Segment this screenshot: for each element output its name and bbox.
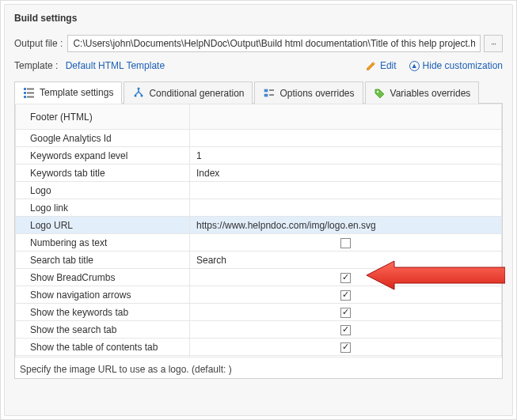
svg-rect-10 (264, 94, 268, 96)
svg-rect-11 (269, 89, 274, 91)
pencil-icon (366, 60, 377, 71)
grid-header-value (190, 104, 502, 130)
table-row[interactable]: Logo (16, 182, 502, 199)
edit-label: Edit (380, 60, 397, 71)
tabs: Template settings Conditional generation… (14, 81, 503, 104)
hide-customization-link[interactable]: ▲ Hide customization (409, 60, 503, 71)
output-file-input[interactable] (67, 35, 481, 52)
setting-name: Show the table of contents tab (16, 339, 190, 356)
table-row[interactable]: Numbering as text (16, 234, 502, 252)
svg-rect-3 (27, 93, 34, 94)
panel-title: Build settings (14, 13, 503, 24)
template-field: Template : Default HTML Template (14, 60, 165, 71)
setting-value[interactable]: Search (190, 252, 502, 269)
options-icon (263, 87, 276, 100)
setting-value[interactable] (190, 269, 502, 286)
setting-value[interactable] (190, 199, 502, 217)
setting-name: Logo link (16, 199, 190, 217)
branch-icon (132, 87, 145, 100)
tab-variables-overrides[interactable]: Variables overrides (365, 81, 480, 104)
table-row[interactable]: Google Analytics Id (16, 130, 502, 147)
build-settings-panel: Build settings Output file : ··· Templat… (4, 4, 513, 416)
template-label: Template : (14, 60, 58, 71)
setting-value[interactable] (190, 286, 502, 304)
tag-icon (374, 87, 386, 100)
svg-point-8 (141, 94, 143, 96)
svg-point-6 (138, 87, 140, 89)
svg-rect-5 (27, 96, 34, 98)
checkbox[interactable] (340, 308, 351, 318)
tab-conditional-generation[interactable]: Conditional generation (124, 81, 253, 104)
checkbox[interactable] (340, 325, 351, 335)
svg-rect-1 (27, 89, 34, 90)
table-row[interactable]: Show BreadCrumbs (16, 269, 502, 286)
setting-value[interactable] (190, 321, 502, 339)
table-row[interactable]: Logo URLhttps://www.helpndoc.com/img/log… (16, 217, 502, 234)
setting-value[interactable] (190, 339, 502, 356)
table-row[interactable]: Keywords tab titleIndex (16, 165, 502, 182)
grid-header[interactable]: Footer (HTML) (16, 104, 190, 130)
setting-name: Show the search tab (16, 321, 190, 339)
tab-options-overrides[interactable]: Options overrides (254, 81, 363, 104)
tab-label: Conditional generation (149, 88, 244, 99)
tab-label: Variables overrides (390, 88, 471, 99)
collapse-icon: ▲ (409, 61, 420, 71)
svg-rect-12 (269, 94, 274, 96)
checkbox[interactable] (340, 342, 351, 353)
edit-template-link[interactable]: Edit (366, 60, 397, 71)
setting-name: Logo (16, 182, 190, 199)
svg-rect-2 (24, 92, 26, 94)
table-row[interactable]: Show the keywords tab (16, 304, 502, 321)
table-row[interactable]: Show navigation arrows (16, 286, 502, 304)
tab-label: Template settings (40, 87, 113, 98)
svg-rect-9 (264, 89, 268, 92)
tab-label: Options overrides (279, 88, 354, 99)
setting-value[interactable] (190, 234, 502, 252)
template-settings-content: Footer (HTML)Google Analytics IdKeywords… (14, 104, 503, 379)
tab-template-settings[interactable]: Template settings (14, 81, 122, 104)
list-icon (23, 86, 36, 99)
setting-value[interactable]: https://www.helpndoc.com/img/logo.en.svg (190, 217, 502, 234)
setting-name: Show the keywords tab (16, 304, 190, 321)
setting-value[interactable]: 1 (190, 147, 502, 165)
settings-grid: Footer (HTML)Google Analytics IdKeywords… (15, 104, 502, 373)
svg-point-13 (376, 90, 378, 92)
setting-name: Keywords expand level (16, 147, 190, 165)
setting-name: Google Analytics Id (16, 130, 190, 147)
setting-name: Search tab title (16, 252, 190, 269)
setting-name: Keywords tab title (16, 165, 190, 182)
setting-name: Numbering as text (16, 234, 190, 252)
setting-value[interactable] (190, 182, 502, 199)
setting-name: Show BreadCrumbs (16, 269, 190, 286)
table-row[interactable]: Keywords expand level1 (16, 147, 502, 165)
table-row[interactable]: Show the table of contents tab (16, 339, 502, 356)
setting-value[interactable] (190, 130, 502, 147)
table-row[interactable]: Show the search tab (16, 321, 502, 339)
template-name-link[interactable]: Default HTML Template (66, 60, 165, 71)
checkbox[interactable] (340, 238, 351, 248)
setting-value[interactable]: Index (190, 165, 502, 182)
browse-button[interactable]: ··· (484, 35, 503, 52)
svg-rect-0 (24, 88, 26, 90)
output-file-label: Output file : (14, 38, 63, 49)
setting-name: Show navigation arrows (16, 286, 190, 304)
table-row[interactable]: Logo link (16, 199, 502, 217)
checkbox[interactable] (340, 290, 351, 301)
table-row[interactable]: Search tab titleSearch (16, 252, 502, 269)
hide-label: Hide customization (423, 60, 503, 71)
hint-text: Specify the image URL to use as a logo. … (15, 357, 502, 378)
svg-point-7 (135, 94, 137, 96)
checkbox[interactable] (340, 273, 351, 283)
setting-name: Logo URL (16, 217, 190, 234)
output-file-row: Output file : ··· (14, 35, 503, 52)
svg-rect-4 (24, 96, 26, 98)
setting-value[interactable] (190, 304, 502, 321)
